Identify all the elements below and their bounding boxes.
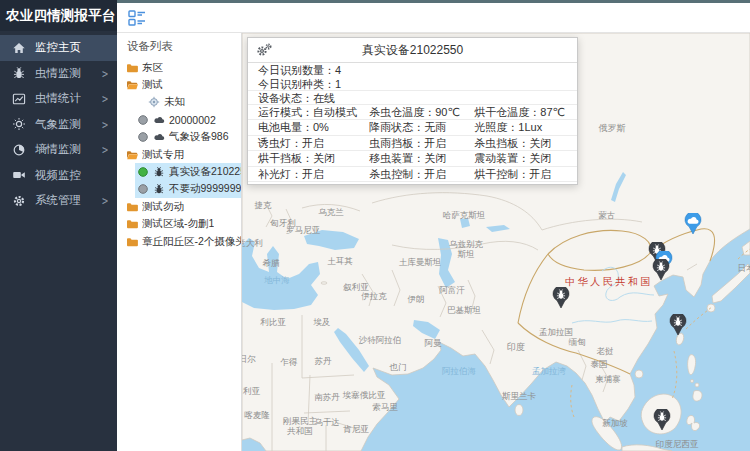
popup-detail-cell: 移虫装置：关闭 <box>369 151 474 165</box>
sidebar-menu: 监控主页虫情监测>虫情统计>气象监测>墒情监测>视频监控系统管理> <box>0 35 117 214</box>
sidebar-item-bug[interactable]: 虫情监测> <box>0 61 117 87</box>
sun-icon <box>12 117 26 131</box>
popup-detail-cell: 运行模式：自动模式 <box>258 105 369 119</box>
sidebar-item-label: 气象监测 <box>35 117 102 132</box>
device-panel-title: 设备列表 <box>117 33 241 59</box>
sidebar-item-label: 系统管理 <box>35 193 102 208</box>
device-row: 20000002 <box>117 111 241 128</box>
dot-off-icon <box>137 114 149 126</box>
popup-detail-row: 烘干挡板：关闭移虫装置：关闭震动装置：关闭 <box>248 151 577 166</box>
popup-detail-cell: 烘干控制：开启 <box>474 167 567 181</box>
insect-device-pin[interactable] <box>652 259 670 285</box>
chevron-right-icon: > <box>102 143 108 157</box>
chevron-right-icon: > <box>102 117 108 131</box>
sidebar-item-label: 虫情监测 <box>35 66 102 81</box>
device-row: 真实设备21022550 <box>117 163 241 180</box>
sidebar-item-sun[interactable]: 气象监测> <box>0 112 117 138</box>
device-row: 未知 <box>117 94 241 111</box>
sidebar: 农业四情测报平台 监控主页虫情监测>虫情统计>气象监测>墒情监测>视频监控系统管… <box>0 0 117 451</box>
popup-detail-cell: 震动装置：关闭 <box>474 151 567 165</box>
folder-icon <box>126 62 138 74</box>
sidebar-item-gear[interactable]: 系统管理> <box>0 188 117 214</box>
device-group[interactable]: 测试勿动 <box>124 198 241 215</box>
weather-station-pin[interactable] <box>684 213 702 239</box>
popup-stat-row: 今日识别数量：4 <box>248 63 577 77</box>
device-row: 气象设备986 <box>117 129 241 146</box>
folder-open-icon <box>126 149 138 161</box>
device-group[interactable]: 章丘阳丘区-2个摄像头 <box>124 233 241 250</box>
popup-detail-cell: 烘干挡板：关闭 <box>258 151 369 165</box>
popup-detail-cell: 诱虫灯：开启 <box>258 136 369 150</box>
sidebar-item-video[interactable]: 视频监控 <box>0 163 117 189</box>
map[interactable]: 俄罗斯蒙古哈萨克斯坦乌克兰捷克匈牙利罗马尼亚意大利希腊土耳其乌兹别克 斯坦土库曼… <box>242 33 750 451</box>
device-label: 测试区域-勿删1 <box>142 217 214 231</box>
device-group-row: 测试 <box>117 76 241 93</box>
popup-detail-cell: 烘干仓温度：87℃ <box>474 105 567 119</box>
popup-detail-cell: 杀虫挡板：关闭 <box>474 136 567 150</box>
gears-icon[interactable] <box>256 43 272 57</box>
device-label: 气象设备986 <box>169 130 229 144</box>
home-icon <box>12 41 26 55</box>
insect-device-pin[interactable] <box>669 314 687 340</box>
popup-header: 真实设备21022550 <box>248 38 577 63</box>
popup-detail-cell: 虫雨挡板：开启 <box>369 136 474 150</box>
topbar <box>117 3 750 33</box>
device-item[interactable]: 未知 <box>146 94 241 111</box>
device-row: 不要动99999999 <box>117 181 241 198</box>
device-label: 测试 <box>142 78 163 92</box>
bug-icon <box>12 66 26 80</box>
dot-off-icon <box>137 131 149 143</box>
popup-detail-row: 运行模式：自动模式杀虫仓温度：90℃烘干仓温度：87℃ <box>248 105 577 120</box>
device-panel: 设备列表 东区测试未知20000002气象设备986测试专用真实设备210225… <box>117 33 242 451</box>
device-popup: 真实设备21022550 今日识别数量：4今日识别种类：1设备状态：在线运行模式… <box>247 37 578 185</box>
device-group-row: 测试区域-勿删1 <box>117 216 241 233</box>
popup-detail-cell: 电池电量：0% <box>258 120 369 134</box>
sidebar-item-label: 墒情监测 <box>35 142 102 157</box>
popup-detail-row: 电池电量：0%降雨状态：无雨光照度：1Lux <box>248 120 577 135</box>
device-group[interactable]: 东区 <box>124 59 241 76</box>
device-item[interactable]: 真实设备21022550 <box>135 163 241 180</box>
device-group-row: 东区 <box>117 59 241 76</box>
cloud-icon <box>153 131 165 143</box>
device-label: 真实设备21022550 <box>169 165 241 179</box>
popup-stat-row: 今日识别种类：1 <box>248 77 577 91</box>
folder-icon <box>126 201 138 213</box>
video-icon <box>12 168 26 182</box>
device-item[interactable]: 气象设备986 <box>135 129 241 146</box>
device-label: 未知 <box>164 95 185 109</box>
device-group-row: 章丘阳丘区-2个摄像头 <box>117 233 241 250</box>
bug-icon <box>153 183 165 195</box>
dot-on-icon <box>137 166 149 178</box>
sidebar-item-chart[interactable]: 虫情统计> <box>0 86 117 112</box>
crosshair-icon <box>148 96 160 108</box>
device-item[interactable]: 不要动99999999 <box>135 181 241 198</box>
device-group[interactable]: 测试 <box>124 76 241 93</box>
device-label: 测试专用 <box>142 148 184 162</box>
dot-off-icon <box>137 183 149 195</box>
chevron-right-icon: > <box>102 92 108 106</box>
sidebar-item-home[interactable]: 监控主页 <box>0 35 117 61</box>
folder-open-icon <box>126 79 138 91</box>
insect-device-pin[interactable] <box>552 287 570 313</box>
device-group[interactable]: 测试区域-勿删1 <box>124 216 241 233</box>
popup-detail-cell: 补光灯：开启 <box>258 167 369 181</box>
device-group-row: 测试勿动 <box>117 198 241 215</box>
device-label: 20000002 <box>169 114 216 126</box>
device-label: 不要动99999999 <box>169 182 241 196</box>
chart-icon <box>12 92 26 106</box>
popup-body: 今日识别数量：4今日识别种类：1设备状态：在线运行模式：自动模式杀虫仓温度：90… <box>248 63 577 184</box>
insect-device-pin[interactable] <box>653 409 671 435</box>
device-item[interactable]: 20000002 <box>135 111 241 128</box>
popup-detail-row: 补光灯：开启杀虫控制：开启烘干控制：开启 <box>248 167 577 182</box>
bug-icon <box>153 166 165 178</box>
sidebar-item-moisture[interactable]: 墒情监测> <box>0 137 117 163</box>
device-group[interactable]: 测试专用 <box>124 146 241 163</box>
folder-icon <box>126 218 138 230</box>
popup-title: 真实设备21022550 <box>272 42 553 59</box>
device-label: 测试勿动 <box>142 200 184 214</box>
layout-list-icon[interactable] <box>128 9 146 27</box>
gear-icon <box>12 194 26 208</box>
device-group-row: 测试专用 <box>117 146 241 163</box>
sidebar-item-label: 视频监控 <box>35 168 108 183</box>
popup-detail-cell: 降雨状态：无雨 <box>369 120 474 134</box>
